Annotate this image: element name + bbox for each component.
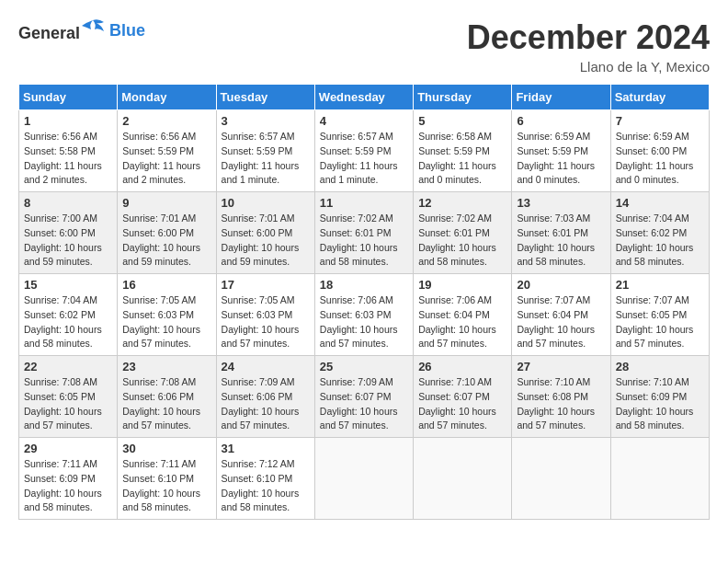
day-info: Sunrise: 7:00 AMSunset: 6:00 PMDaylight:…	[24, 212, 112, 270]
day-number: 17	[222, 278, 310, 292]
weekday-header-saturday: Saturday	[610, 85, 709, 110]
day-info: Sunrise: 7:03 AMSunset: 6:01 PMDaylight:…	[517, 212, 605, 270]
day-info: Sunrise: 7:08 AMSunset: 6:06 PMDaylight:…	[122, 375, 210, 433]
day-number: 1	[24, 114, 112, 128]
day-number: 24	[222, 360, 310, 373]
day-info: Sunrise: 6:56 AMSunset: 5:58 PMDaylight:…	[24, 130, 112, 188]
day-info: Sunrise: 7:08 AMSunset: 6:05 PMDaylight:…	[24, 375, 112, 433]
day-info: Sunrise: 7:01 AMSunset: 6:00 PMDaylight:…	[122, 212, 210, 270]
day-number: 8	[24, 196, 112, 210]
calendar-cell: 3Sunrise: 6:57 AMSunset: 5:59 PMDaylight…	[216, 110, 314, 192]
weekday-header-wednesday: Wednesday	[314, 85, 413, 110]
calendar-cell: 9Sunrise: 7:01 AMSunset: 6:00 PMDaylight…	[118, 192, 216, 274]
calendar-cell	[414, 438, 512, 520]
day-info: Sunrise: 7:05 AMSunset: 6:03 PMDaylight:…	[122, 293, 210, 351]
day-number: 11	[320, 196, 408, 210]
day-info: Sunrise: 7:11 AMSunset: 6:09 PMDaylight:…	[24, 457, 112, 515]
day-info: Sunrise: 6:59 AMSunset: 6:00 PMDaylight:…	[616, 130, 704, 188]
logo: General Blue	[18, 18, 145, 43]
calendar-cell: 16Sunrise: 7:05 AMSunset: 6:03 PMDayligh…	[118, 274, 216, 356]
day-info: Sunrise: 7:02 AMSunset: 6:01 PMDaylight:…	[320, 212, 408, 270]
day-number: 28	[616, 360, 704, 373]
day-number: 16	[122, 278, 210, 292]
calendar-cell: 30Sunrise: 7:11 AMSunset: 6:10 PMDayligh…	[118, 438, 216, 520]
day-number: 4	[320, 114, 408, 128]
day-info: Sunrise: 7:04 AMSunset: 6:02 PMDaylight:…	[616, 212, 704, 270]
day-number: 13	[517, 196, 605, 210]
day-info: Sunrise: 7:07 AMSunset: 6:05 PMDaylight:…	[616, 293, 704, 351]
day-info: Sunrise: 6:58 AMSunset: 5:59 PMDaylight:…	[418, 130, 506, 188]
calendar-cell: 29Sunrise: 7:11 AMSunset: 6:09 PMDayligh…	[19, 438, 118, 520]
week-row-3: 15Sunrise: 7:04 AMSunset: 6:02 PMDayligh…	[19, 274, 710, 356]
calendar-cell: 22Sunrise: 7:08 AMSunset: 6:05 PMDayligh…	[19, 356, 118, 438]
weekday-header-thursday: Thursday	[414, 85, 512, 110]
logo-blue-text: Blue	[109, 21, 145, 40]
day-number: 20	[517, 278, 605, 292]
day-info: Sunrise: 7:10 AMSunset: 6:08 PMDaylight:…	[517, 375, 605, 433]
day-number: 29	[24, 442, 112, 455]
day-info: Sunrise: 7:06 AMSunset: 6:03 PMDaylight:…	[320, 293, 408, 351]
day-number: 21	[616, 278, 704, 292]
day-number: 22	[24, 360, 112, 373]
calendar-cell: 27Sunrise: 7:10 AMSunset: 6:08 PMDayligh…	[512, 356, 610, 438]
calendar-cell: 10Sunrise: 7:01 AMSunset: 6:00 PMDayligh…	[216, 192, 314, 274]
calendar-cell: 21Sunrise: 7:07 AMSunset: 6:05 PMDayligh…	[610, 274, 709, 356]
calendar-cell: 6Sunrise: 6:59 AMSunset: 5:59 PMDaylight…	[512, 110, 610, 192]
day-number: 5	[418, 114, 506, 128]
day-number: 19	[418, 278, 506, 292]
day-number: 27	[517, 360, 605, 373]
calendar-cell: 26Sunrise: 7:10 AMSunset: 6:07 PMDayligh…	[414, 356, 512, 438]
day-info: Sunrise: 7:02 AMSunset: 6:01 PMDaylight:…	[418, 212, 506, 270]
calendar-cell: 13Sunrise: 7:03 AMSunset: 6:01 PMDayligh…	[512, 192, 610, 274]
weekday-header-row: SundayMondayTuesdayWednesdayThursdayFrid…	[19, 85, 710, 110]
calendar-cell: 15Sunrise: 7:04 AMSunset: 6:02 PMDayligh…	[19, 274, 118, 356]
day-info: Sunrise: 7:04 AMSunset: 6:02 PMDaylight:…	[24, 293, 112, 351]
calendar-cell: 25Sunrise: 7:09 AMSunset: 6:07 PMDayligh…	[314, 356, 413, 438]
calendar-cell	[610, 438, 709, 520]
week-row-2: 8Sunrise: 7:00 AMSunset: 6:00 PMDaylight…	[19, 192, 710, 274]
calendar-cell: 24Sunrise: 7:09 AMSunset: 6:06 PMDayligh…	[216, 356, 314, 438]
calendar-cell: 8Sunrise: 7:00 AMSunset: 6:00 PMDaylight…	[19, 192, 118, 274]
calendar-cell: 12Sunrise: 7:02 AMSunset: 6:01 PMDayligh…	[414, 192, 512, 274]
calendar-cell: 19Sunrise: 7:06 AMSunset: 6:04 PMDayligh…	[414, 274, 512, 356]
month-title: December 2024	[467, 18, 710, 57]
weekday-header-tuesday: Tuesday	[216, 85, 314, 110]
week-row-4: 22Sunrise: 7:08 AMSunset: 6:05 PMDayligh…	[19, 356, 710, 438]
day-info: Sunrise: 7:12 AMSunset: 6:10 PMDaylight:…	[222, 457, 310, 515]
weekday-header-monday: Monday	[118, 85, 216, 110]
day-info: Sunrise: 6:56 AMSunset: 5:59 PMDaylight:…	[122, 130, 210, 188]
day-info: Sunrise: 6:57 AMSunset: 5:59 PMDaylight:…	[320, 130, 408, 188]
day-info: Sunrise: 7:10 AMSunset: 6:07 PMDaylight:…	[418, 375, 506, 433]
calendar-cell: 14Sunrise: 7:04 AMSunset: 6:02 PMDayligh…	[610, 192, 709, 274]
day-number: 25	[320, 360, 408, 373]
day-info: Sunrise: 7:05 AMSunset: 6:03 PMDaylight:…	[222, 293, 310, 351]
calendar-table: SundayMondayTuesdayWednesdayThursdayFrid…	[18, 84, 710, 520]
calendar-cell: 5Sunrise: 6:58 AMSunset: 5:59 PMDaylight…	[414, 110, 512, 192]
day-number: 18	[320, 278, 408, 292]
day-number: 7	[616, 114, 704, 128]
day-info: Sunrise: 6:57 AMSunset: 5:59 PMDaylight:…	[222, 130, 310, 188]
day-info: Sunrise: 7:11 AMSunset: 6:10 PMDaylight:…	[122, 457, 210, 515]
calendar-cell	[512, 438, 610, 520]
calendar-cell: 17Sunrise: 7:05 AMSunset: 6:03 PMDayligh…	[216, 274, 314, 356]
day-number: 2	[122, 114, 210, 128]
day-number: 12	[418, 196, 506, 210]
day-info: Sunrise: 7:01 AMSunset: 6:00 PMDaylight:…	[222, 212, 310, 270]
day-number: 10	[222, 196, 310, 210]
day-number: 9	[122, 196, 210, 210]
calendar-cell: 4Sunrise: 6:57 AMSunset: 5:59 PMDaylight…	[314, 110, 413, 192]
weekday-header-friday: Friday	[512, 85, 610, 110]
calendar-cell: 20Sunrise: 7:07 AMSunset: 6:04 PMDayligh…	[512, 274, 610, 356]
day-number: 15	[24, 278, 112, 292]
day-info: Sunrise: 6:59 AMSunset: 5:59 PMDaylight:…	[517, 130, 605, 188]
week-row-1: 1Sunrise: 6:56 AMSunset: 5:58 PMDaylight…	[19, 110, 710, 192]
day-info: Sunrise: 7:09 AMSunset: 6:06 PMDaylight:…	[222, 375, 310, 433]
day-number: 31	[222, 442, 310, 455]
weekday-header-sunday: Sunday	[19, 85, 118, 110]
day-number: 3	[222, 114, 310, 128]
location-text: Llano de la Y, Mexico	[467, 59, 710, 75]
day-number: 14	[616, 196, 704, 210]
day-number: 23	[122, 360, 210, 373]
calendar-cell: 11Sunrise: 7:02 AMSunset: 6:01 PMDayligh…	[314, 192, 413, 274]
calendar-cell	[314, 438, 413, 520]
